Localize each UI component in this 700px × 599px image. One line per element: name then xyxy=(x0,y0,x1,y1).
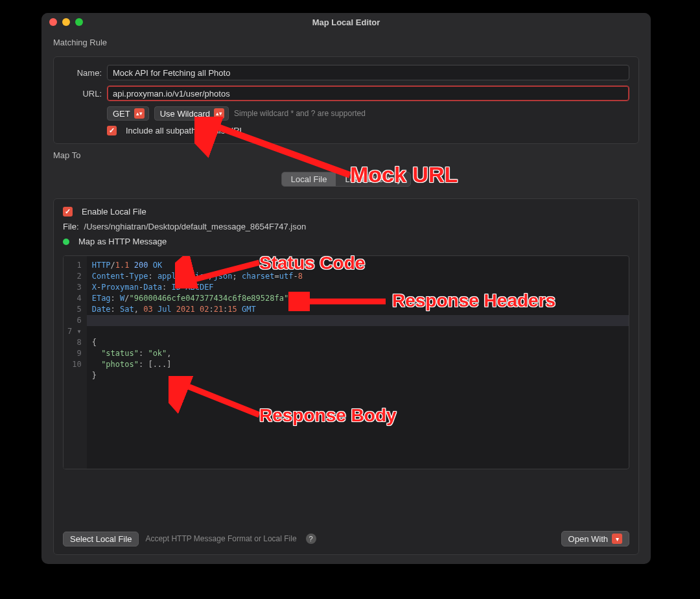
file-path: /Users/nghiatran/Desktop/default_message… xyxy=(84,222,307,231)
map-to-panel: ✓ Enable Local File File: /Users/nghiatr… xyxy=(53,198,639,555)
include-subpaths-label: Include all subpaths of this URL xyxy=(126,126,244,135)
method-select[interactable]: GET ▴▾ xyxy=(107,106,149,121)
url-input[interactable] xyxy=(107,86,629,101)
select-local-file-button[interactable]: Select Local File xyxy=(63,532,139,546)
editor-window: Map Local Editor Matching Rule Name: URL… xyxy=(41,13,651,564)
name-input[interactable] xyxy=(107,65,629,80)
wildcard-hint: Simple wildcard * and ? are supported xyxy=(234,109,366,118)
status-dot-icon xyxy=(63,239,69,245)
enable-local-file-checkbox[interactable]: ✓ xyxy=(63,207,73,217)
help-icon[interactable]: ? xyxy=(306,534,316,544)
wildcard-value: Use Wildcard xyxy=(160,109,210,119)
code-area[interactable]: HTTP/1.1 200 OK Content-Type: applicatio… xyxy=(87,256,629,469)
open-with-label: Open With xyxy=(568,534,608,544)
http-message-editor[interactable]: 1234567 ▾8910 HTTP/1.1 200 OK Content-Ty… xyxy=(63,255,629,469)
chevron-updown-icon: ▴▾ xyxy=(214,108,224,119)
chevron-updown-icon: ▴▾ xyxy=(134,108,145,119)
chevron-down-icon: ▾ xyxy=(612,534,622,544)
matching-rule-panel: Name: URL: GET ▴▾ Use Wildcard ▴▾ Simple… xyxy=(53,56,639,144)
url-label: URL: xyxy=(63,89,102,99)
file-label: File: xyxy=(63,222,79,231)
matching-rule-label: Matching Rule xyxy=(53,38,639,47)
enable-local-file-label: Enable Local File xyxy=(82,207,146,217)
map-as-http-label: Map as HTTP Message xyxy=(78,237,167,246)
include-subpaths-checkbox[interactable]: ✓ xyxy=(107,126,117,135)
tab-local-directory[interactable]: Local Directory xyxy=(336,172,410,186)
open-with-button[interactable]: Open With ▾ xyxy=(561,531,629,546)
titlebar: Map Local Editor xyxy=(41,13,651,31)
method-value: GET xyxy=(113,109,130,119)
name-label: Name: xyxy=(63,68,102,78)
mapto-tabs: Local File Local Directory xyxy=(281,172,411,187)
tab-local-file[interactable]: Local File xyxy=(282,172,336,186)
map-to-label: Map To xyxy=(53,150,639,160)
window-title: Map Local Editor xyxy=(41,18,651,27)
wildcard-select[interactable]: Use Wildcard ▴▾ xyxy=(154,106,229,121)
line-gutter: 1234567 ▾8910 xyxy=(64,256,87,469)
accept-format-hint: Accept HTTP Message Format or Local File xyxy=(145,534,296,543)
